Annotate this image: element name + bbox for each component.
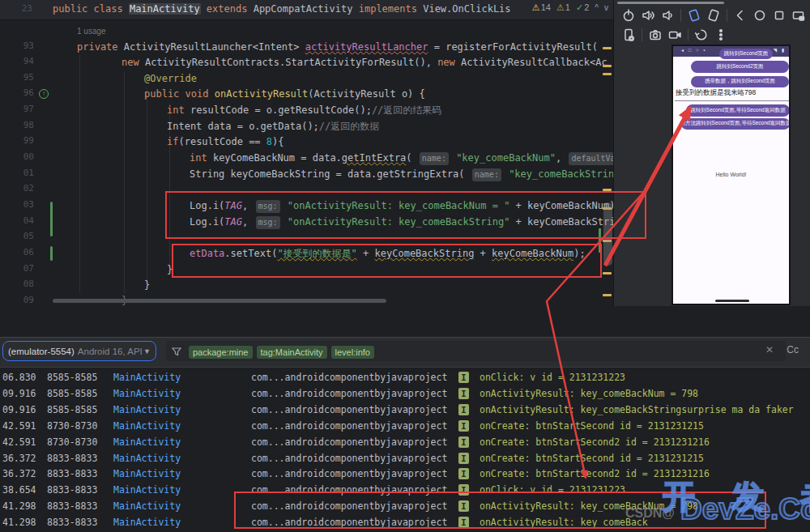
log-row[interactable]: 41.2988833-8833MainActivitycom...android… <box>0 514 810 530</box>
prev-issue-button[interactable]: ^ <box>595 3 599 12</box>
snapshot-reset-button[interactable] <box>692 26 711 44</box>
panel-drag-handle[interactable] <box>617 2 724 4</box>
more-vertical-button[interactable] <box>711 26 731 44</box>
home-button[interactable] <box>750 6 770 24</box>
log-row[interactable]: 41.2988833-8833MainActivitycom...android… <box>0 498 810 514</box>
code-token: , <box>556 152 567 164</box>
next-issue-button[interactable]: v <box>604 3 608 12</box>
log-time: 41.298 <box>2 514 36 530</box>
code-token: AppCompatActivity <box>254 3 359 15</box>
code-token: keyComeBackNum <box>492 248 573 259</box>
filter-chip[interactable]: package:mine <box>189 346 253 359</box>
code-token: = registerForActivityResult( <box>428 41 603 53</box>
logcat-filter-input[interactable]: package:minetag:MainActivitylevel:info <box>166 341 786 361</box>
emulator-panel: ◂ □ ○ ▪ ◥ ▮ 跳转到Second页面跳转到Second2页面携带数据，… <box>613 0 810 337</box>
phone-button-1[interactable]: 跳转到Second页面 <box>719 49 773 59</box>
horizontal-scrollbar[interactable] <box>53 299 386 303</box>
log-row[interactable]: 09.9168585-8585MainActivitycom...android… <box>0 385 810 402</box>
clear-filter-button[interactable]: ✕ <box>765 345 774 355</box>
code-line: } <box>167 263 173 276</box>
log-badge: I <box>458 436 469 448</box>
code-token: Intent data = o.getData(); <box>167 121 319 132</box>
code-token: ActivityResultLauncher<Intent> <box>124 41 305 53</box>
camera-button[interactable] <box>646 26 665 44</box>
filter-chip[interactable]: tag:MainActivity <box>257 346 327 359</box>
screenshot-button[interactable] <box>789 6 808 24</box>
navigation-handle[interactable] <box>715 300 749 302</box>
line-number: 03 <box>0 199 34 210</box>
filter-chip[interactable]: level:info <box>331 346 374 359</box>
code-token: keyComeBackNum = data. <box>213 152 342 164</box>
warnings-badge[interactable]: ⚠14 <box>532 2 551 13</box>
screen-record-icon <box>667 28 682 42</box>
log-pkg: com...androidcomponentbyjavaproject <box>251 418 447 434</box>
stripe-mark[interactable] <box>603 189 612 191</box>
code-token: keyComeBackString = data.getStringExtra( <box>231 168 471 180</box>
weak-warnings-badge[interactable]: ⚠1 <box>556 2 570 13</box>
usage-hint[interactable]: 1 usage <box>77 27 106 36</box>
back-button[interactable] <box>731 6 750 24</box>
log-row[interactable]: 38.6548833-8833MainActivitycom...android… <box>0 482 810 498</box>
log-row[interactable]: 36.3728833-8833MainActivitycom...android… <box>0 450 810 466</box>
code-token: //返回的结果码 <box>372 104 441 116</box>
device-selector[interactable]: (emulator-5554) Android 16, API ▼ <box>2 341 156 361</box>
log-time: 06.830 <box>2 369 36 385</box>
log-row[interactable]: 06.8308585-8585MainActivitycom...android… <box>0 369 810 385</box>
volume-down-button[interactable] <box>658 6 677 24</box>
log-tag: MainActivity <box>113 369 181 385</box>
log-row[interactable]: 09.9168585-8585MainActivitycom...android… <box>0 402 810 418</box>
log-row[interactable]: 42.5918730-8730MainActivitycom...android… <box>0 434 810 450</box>
overview-button[interactable] <box>770 6 789 24</box>
toolbar-separator <box>642 28 642 41</box>
emulator-screen[interactable]: ◂ □ ○ ▪ ◥ ▮ 跳转到Second页面跳转到Second2页面携带数据，… <box>671 45 791 305</box>
code-editor[interactable]: 23 public class MainActivity extends App… <box>0 0 613 306</box>
log-badge: I <box>458 517 469 528</box>
stripe-mark[interactable] <box>603 73 612 75</box>
log-pid: 8585-8585 <box>47 402 97 418</box>
stripe-mark[interactable] <box>603 65 612 67</box>
code-token: .setText( <box>224 248 277 259</box>
more-vertical-icon <box>714 28 728 42</box>
filter-icon[interactable] <box>171 346 182 357</box>
code-token: + <box>357 248 375 259</box>
code-token: } <box>167 264 173 275</box>
log-time: 38.654 <box>2 482 36 498</box>
phone-settings-button[interactable] <box>619 26 638 44</box>
phone-button-4[interactable]: 跳转到Second页面,等待Second返回数据 <box>686 104 790 117</box>
phone-button-2[interactable]: 跳转到Second2页面 <box>691 61 789 73</box>
phone-button-5[interactable]: 新方法跳转到Second页面,等待Second返回数据 <box>681 118 790 130</box>
log-row[interactable]: 42.5918730-8730MainActivitycom...android… <box>0 418 810 434</box>
match-case-button[interactable]: Cc <box>787 344 799 355</box>
logcat-rows: 06.8308585-8585MainActivitycom...android… <box>0 368 810 532</box>
screen-record-button[interactable] <box>665 26 684 44</box>
line-number: 02 <box>0 183 34 194</box>
sticky-class-header: 23 public class MainActivity extends App… <box>0 0 613 20</box>
phone-button-3[interactable]: 携带数据，跳转到Second页面 <box>691 76 789 88</box>
log-badge: I <box>458 500 469 512</box>
code-line: private ActivityResultLauncher<Intent> a… <box>77 40 603 53</box>
log-pkg: com...androidcomponentbyjavaproject <box>251 482 447 498</box>
log-badge: I <box>458 453 469 464</box>
line-number: 93 <box>0 40 34 51</box>
code-token: MainActivity <box>129 3 201 15</box>
rotate-right-button[interactable] <box>704 6 723 24</box>
power-button[interactable] <box>619 6 638 24</box>
code-token: 8 <box>266 136 272 147</box>
vertical-scrollbar[interactable] <box>603 202 612 266</box>
overriding-method-icon[interactable]: ↑ <box>39 89 49 99</box>
stripe-mark[interactable] <box>603 294 612 296</box>
rotate-left-button[interactable] <box>684 6 704 24</box>
code-token: + keyComeBackStri <box>509 216 613 228</box>
code-line: } <box>144 279 150 292</box>
log-pid: 8833-8833 <box>47 514 97 530</box>
log-time: 36.372 <box>2 450 36 466</box>
log-row[interactable]: 36.3728833-8833MainActivitycom...android… <box>0 466 810 482</box>
stripe-mark[interactable] <box>603 272 612 275</box>
volume-up-button[interactable] <box>638 6 658 24</box>
inspections-ok-badge[interactable]: ✓2 <box>576 2 589 13</box>
stripe-mark[interactable] <box>603 47 612 49</box>
code-token: ); <box>573 248 585 259</box>
parameter-hint: name: <box>472 168 501 181</box>
received-data-edittext[interactable]: 接受到的数据是我来咯798 <box>676 88 789 98</box>
log-time: 09.916 <box>2 402 36 418</box>
